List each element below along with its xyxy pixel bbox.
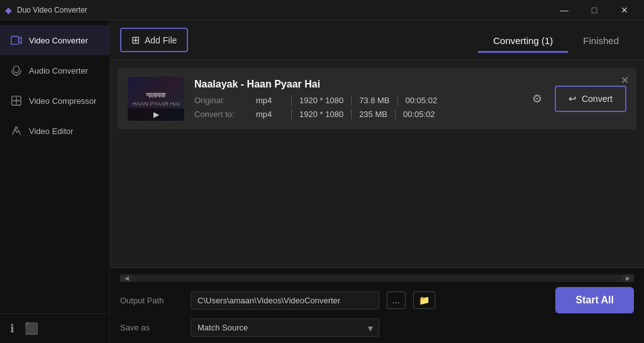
title-bar: ◆ Duo Video Converter — □ ✕: [0, 0, 644, 20]
sep6: [395, 109, 396, 119]
add-file-label: Add File: [145, 35, 177, 45]
gear-icon: ⚙: [532, 92, 542, 106]
settings-button[interactable]: ⚙: [527, 89, 547, 109]
scroll-track[interactable]: [133, 274, 621, 282]
convert-size: 235 MB: [354, 110, 392, 119]
file-title: Naalayak - Haan Pyaar Hai: [194, 79, 517, 90]
sidebar-item-video-converter[interactable]: Video Converter: [0, 25, 109, 55]
sep2: [351, 95, 352, 105]
sidebar-footer: ℹ ⬛: [0, 313, 109, 343]
toolbar: ⊞ Add File Converting (1) Finished: [110, 20, 644, 60]
file-original-row: Original: mp4 1920 * 1080 73.8 MB 00:05:…: [194, 95, 517, 105]
scroll-right-button[interactable]: ▶: [621, 274, 634, 282]
info-icon[interactable]: ℹ: [10, 322, 14, 335]
video-compressor-icon: [10, 94, 23, 107]
file-convert-row: Convert to: mp4 1920 * 1080 235 MB 00:05…: [194, 109, 517, 119]
minimize-button[interactable]: —: [550, 0, 579, 20]
maximize-button[interactable]: □: [580, 0, 609, 20]
sidebar-label-video-editor: Video Editor: [29, 127, 74, 136]
tab-converting[interactable]: Converting (1): [478, 30, 568, 53]
output-path-row: Output Path ... 📁 Start All: [120, 287, 634, 313]
folder-icon: 📁: [419, 295, 430, 305]
file-actions: ⚙ ↩ Convert: [527, 86, 626, 112]
play-icon: ▶: [153, 110, 159, 119]
original-label: Original:: [194, 96, 251, 105]
sep3: [397, 95, 398, 105]
app-logo-icon: ◆: [5, 5, 12, 15]
convert-btn-label: Convert: [582, 94, 613, 104]
add-file-icon: ⊞: [131, 34, 140, 46]
output-path-input[interactable]: [191, 291, 379, 310]
folder-browse-button[interactable]: 📁: [413, 291, 435, 309]
more-options-button[interactable]: ...: [387, 291, 406, 309]
original-resolution: 1920 * 1080: [294, 96, 348, 105]
file-list: नालायक HAAN PYAAR HAI ▶ Naalayak - Haan …: [110, 60, 644, 267]
main-content: ⊞ Add File Converting (1) Finished: [110, 20, 644, 343]
title-bar-controls: — □ ✕: [550, 0, 639, 20]
convert-to-label: Convert to:: [194, 110, 251, 119]
sep1: [291, 95, 292, 105]
video-editor-icon: [10, 125, 23, 137]
svg-rect-1: [14, 66, 19, 73]
output-path-label: Output Path: [120, 296, 183, 305]
convert-duration: 00:05:02: [398, 110, 440, 119]
save-as-select[interactable]: Match Source Custom: [191, 318, 379, 337]
sidebar-item-video-compressor[interactable]: Video Compressor: [0, 86, 109, 116]
sidebar: Video Converter Audio Converter Video Co…: [0, 20, 110, 343]
sidebar-label-audio-converter: Audio Converter: [29, 66, 88, 76]
video-converter-icon: [10, 34, 23, 47]
original-size: 73.8 MB: [354, 96, 394, 105]
scroll-left-button[interactable]: ◀: [120, 274, 133, 282]
sep4: [291, 109, 292, 119]
tab-finished[interactable]: Finished: [568, 30, 634, 53]
title-bar-left: ◆ Duo Video Converter: [5, 5, 87, 15]
sidebar-item-audio-converter[interactable]: Audio Converter: [0, 55, 109, 86]
close-card-button[interactable]: ✕: [621, 74, 629, 86]
close-button[interactable]: ✕: [610, 0, 639, 20]
original-duration: 00:05:02: [401, 96, 443, 105]
original-format: mp4: [251, 96, 289, 105]
file-thumbnail: नालायक HAAN PYAAR HAI ▶: [128, 77, 184, 121]
add-file-button[interactable]: ⊞ Add File: [120, 28, 188, 52]
sep5: [351, 109, 352, 119]
save-as-label: Save as: [120, 323, 183, 332]
convert-icon: ↩: [569, 93, 577, 104]
file-info: Naalayak - Haan Pyaar Hai Original: mp4 …: [194, 79, 517, 119]
bottom-bar: ◀ ▶ Output Path ... 📁 Start All Save as: [110, 267, 644, 343]
convert-resolution: 1920 * 1080: [294, 110, 348, 119]
sidebar-label-video-compressor: Video Compressor: [29, 96, 96, 106]
thumb-text: नालायक HAAN PYAAR HAI: [133, 91, 180, 107]
tabs: Converting (1) Finished: [478, 29, 634, 52]
app-body: Video Converter Audio Converter Video Co…: [0, 20, 644, 343]
sidebar-item-video-editor[interactable]: Video Editor: [0, 116, 109, 146]
audio-converter-icon: [10, 64, 23, 77]
convert-button[interactable]: ↩ Convert: [555, 86, 626, 112]
convert-format: mp4: [251, 110, 289, 119]
save-as-wrapper: Match Source Custom: [191, 318, 379, 337]
thumb-play-area[interactable]: ▶: [128, 108, 184, 121]
monitor-icon[interactable]: ⬛: [25, 322, 38, 335]
svg-rect-0: [11, 37, 19, 45]
save-as-row: Save as Match Source Custom: [120, 318, 634, 337]
app-title: Duo Video Converter: [17, 6, 87, 14]
start-all-button[interactable]: Start All: [555, 287, 634, 313]
scrollbar-row: ◀ ▶: [120, 274, 634, 282]
sidebar-label-video-converter: Video Converter: [29, 36, 88, 45]
svg-point-4: [15, 127, 18, 130]
file-card: नालायक HAAN PYAAR HAI ▶ Naalayak - Haan …: [118, 68, 636, 130]
